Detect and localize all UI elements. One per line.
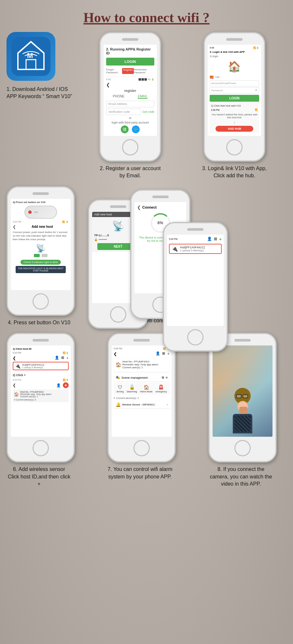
row-steps-6-7-8: 1) Click host ID 5:20 PM📶🔋 ❮ 👤 ⊞ + xyxy=(0,333,293,501)
app-icon: M xyxy=(7,32,55,81)
screen-step4: 4) Press set button on V10 V10 3:02 PM📶 … xyxy=(11,199,71,290)
hub-id-highlight: Hub[FF1A0F441C] xyxy=(22,363,44,366)
step4-title: 4) Press set button on V10 xyxy=(13,201,69,204)
register-link[interactable]: Register xyxy=(122,68,134,74)
add-hub-btn[interactable]: ADD HUB xyxy=(216,126,253,132)
sensor-arrow: › xyxy=(167,403,168,406)
sensor-device-icon: 🔔 xyxy=(116,402,121,407)
hub-plus-icon[interactable]: + xyxy=(219,237,222,242)
hub-action-icons: 👤 ⊞ + xyxy=(207,237,222,242)
row-steps-1-2-3: M 1. Download Andriod / IOS APP Keywords… xyxy=(0,32,293,186)
login-sub-label: 1) login xyxy=(210,55,259,58)
screen-step8 xyxy=(213,345,272,437)
twitter-icon[interactable]: 🐦 xyxy=(132,125,140,133)
device-list-item[interactable]: 🔔 Window Sensor（WFWS01） › xyxy=(114,401,170,408)
click-host-label: 1) Click host ID xyxy=(13,347,69,350)
phone-step6: 1) Click host ID 5:20 PM📶🔋 ❮ 👤 ⊞ + xyxy=(7,333,75,462)
screen-register: 2. Running APP& Register ID LOGIN Forget… xyxy=(104,45,157,136)
grid-icon: ⊞ xyxy=(214,237,217,242)
current-devices-text: Current device(s): 1 xyxy=(116,397,139,400)
hub-item-highlighted[interactable]: 🔌 Hub[FF1A0F441C] 1 user(s) 0 device(s) xyxy=(13,362,69,370)
step4-statusbar: 3:02 PM📶 🔋 xyxy=(13,221,69,223)
email-input[interactable]: Email Address xyxy=(106,101,154,107)
step-3-block: 5:49📶🔋 3. Login & link V10 with APP 1) l… xyxy=(182,32,286,180)
step-1-block: M 1. Download Andriod / IOS APP Keywords… xyxy=(7,32,78,100)
add-host-title: Add new host xyxy=(32,225,53,228)
or-divider: or xyxy=(106,116,154,120)
hub-users-text: 1 user(s) 0 device(s) xyxy=(180,249,205,252)
hub-users-highlight: 1 user(s) 0 device(s) xyxy=(22,366,44,369)
sensor-status-bar: 5:35 PM 📶 🔋 xyxy=(114,347,170,350)
svg-text:M: M xyxy=(27,51,33,60)
hub-plug-icon: 🔌 xyxy=(15,363,21,369)
scene-management-label: Scene management xyxy=(121,376,148,379)
register-title: register xyxy=(106,89,154,93)
plus-button[interactable]: + xyxy=(63,382,69,388)
id-status-bar: 5:20 PM📶🔋 xyxy=(13,352,69,354)
step-3-phone: 5:49📶🔋 3. Login & link V10 with APP 1) l… xyxy=(203,32,265,162)
step-7-block: 5:35 PM 📶 🔋 ❮ 👤 ⊞ + xyxy=(107,333,186,480)
check-indicator-label[interactable]: Check if indicator light is blink xyxy=(21,260,61,265)
login-green-btn[interactable]: LOGIN xyxy=(210,95,259,102)
step-7-label: 7. You can control wifi alarm system by … xyxy=(107,466,173,480)
step-6-label-1: 6. Add wireless sensor xyxy=(7,466,72,473)
disarming-icon[interactable]: 🔓 Disarming xyxy=(127,385,137,393)
wechat-icon[interactable]: 微 xyxy=(121,125,129,133)
hub-time: 5:20 PM xyxy=(169,238,177,240)
step-2-label: 2. Register a user account by Email. xyxy=(98,165,163,180)
step-4-label: 4. Press set button On V10 xyxy=(7,319,72,326)
hub-row-item[interactable]: 🔌 Hub[FF1A0F441C] 1 user(s) 0 device(s) xyxy=(169,244,222,254)
get-code-link[interactable]: Get code xyxy=(142,110,154,113)
social-row: 微 🐦 xyxy=(106,125,154,133)
screen-login: 5:49📶🔋 3. Login & link V10 with APP 1) l… xyxy=(208,45,261,136)
phone-login: 5:49📶🔋 3. Login & link V10 with APP 1) l… xyxy=(203,32,265,162)
host-info-header: 🏠 Host No.: FF1A0F441C Reminder way: Onl… xyxy=(116,360,168,369)
login-button[interactable]: LOGIN xyxy=(106,58,154,66)
hub-connected-screen-c: 5:20 PM 👤 ⊞ + 🔌 Hub[FF1A0F441 xyxy=(163,222,228,352)
register-step-label: 2. Running APP& Register ID xyxy=(106,47,154,55)
home-mode-icon[interactable]: 🏠 Home Mode xyxy=(140,385,152,393)
connecting-header: ❮ Connect xyxy=(137,205,184,210)
add-hub-header: 2) Click Add Hub add V10 xyxy=(211,104,258,107)
tab-phone[interactable]: PHONE xyxy=(113,95,125,99)
step-6-caption: 6. Add wireless sensor Click host ID,and… xyxy=(7,466,72,488)
links-row: Forget Password Register Remember Passwo… xyxy=(106,68,154,74)
hub-status-text: You haven’t added the host, please add t… xyxy=(211,113,258,119)
screen-step7: 5:35 PM 📶 🔋 ❮ 👤 ⊞ + xyxy=(112,345,172,437)
step-4-phone: 4) Press set button on V10 V10 3:02 PM📶 … xyxy=(7,186,75,316)
status-bar-2: 4:5G⬛⬛⬛ 4G 🔋 xyxy=(106,78,154,81)
host-info-card: 🏠 Host No.: FF1A0F441C Reminder way: Onl… xyxy=(114,358,170,372)
login-status-bar: 5:49📶🔋 xyxy=(210,47,259,49)
v10-device-illustration: V10 xyxy=(13,206,69,219)
step-6-block: 1) Click host ID 5:20 PM📶🔋 ❮ 👤 ⊞ + xyxy=(7,333,85,488)
screen-step6: 1) Click host ID 5:20 PM📶🔋 ❮ 👤 ⊞ + xyxy=(11,345,71,437)
step-8-caption: 8. If you connect the camera, you can wa… xyxy=(208,466,273,488)
step4-nav: ❮ Add new host xyxy=(13,225,69,229)
scene-management-row[interactable]: 🎭 Scene management ⚙ ≡ xyxy=(114,374,170,381)
connecting-title: Connect xyxy=(142,205,157,209)
user-icon: 👤 xyxy=(207,237,212,242)
hub-device-icon: 🔌 xyxy=(172,246,178,252)
sensor-name-text: Window Sensor（WFWS01） xyxy=(122,403,157,406)
back-arrow[interactable]: ❮ xyxy=(106,82,154,87)
sensor-icons-row: 👤 ⊞ + xyxy=(156,351,170,356)
emergency-icon[interactable]: 🚨 emergency xyxy=(156,385,167,393)
account-input[interactable]: Account/Email/Phone xyxy=(210,80,259,86)
phone-register: 2. Running APP& Register ID LOGIN Forget… xyxy=(99,32,161,162)
step-2-caption: 2. Register a user account by Email. xyxy=(98,165,163,180)
phone-step4: 4) Press set button on V10 V10 3:02 PM📶 … xyxy=(7,186,75,316)
connecting-back[interactable]: ❮ xyxy=(137,205,141,210)
indicator-check-area: Check if indicator light is blink THE IN… xyxy=(13,260,69,273)
verification-input[interactable]: Verification code xyxy=(106,109,141,115)
flag-row: 🇪🇸 +34 xyxy=(210,75,259,79)
row-steps-4-5: 4) Press set button on V10 V10 3:02 PM📶 … xyxy=(0,186,293,333)
arming-icon[interactable]: 🛡 Arming xyxy=(117,385,124,393)
tab-email[interactable]: EMAIL xyxy=(138,95,147,99)
security-icons-row: 🛡 Arming 🔓 Disarming 🏠 Home Mode xyxy=(114,383,170,395)
current-users-text: Current user(s): 1 xyxy=(122,366,158,369)
step-8-label: 8. If you connect the camera, you can wa… xyxy=(208,466,273,488)
step-2-phone: 2. Running APP& Register ID LOGIN Forget… xyxy=(99,32,161,162)
remember-pwd: Remember Password xyxy=(134,68,154,74)
password-input[interactable]: Password 👁 xyxy=(210,87,259,94)
step-4-block: 4) Press set button on V10 V10 3:02 PM📶 … xyxy=(7,186,85,326)
